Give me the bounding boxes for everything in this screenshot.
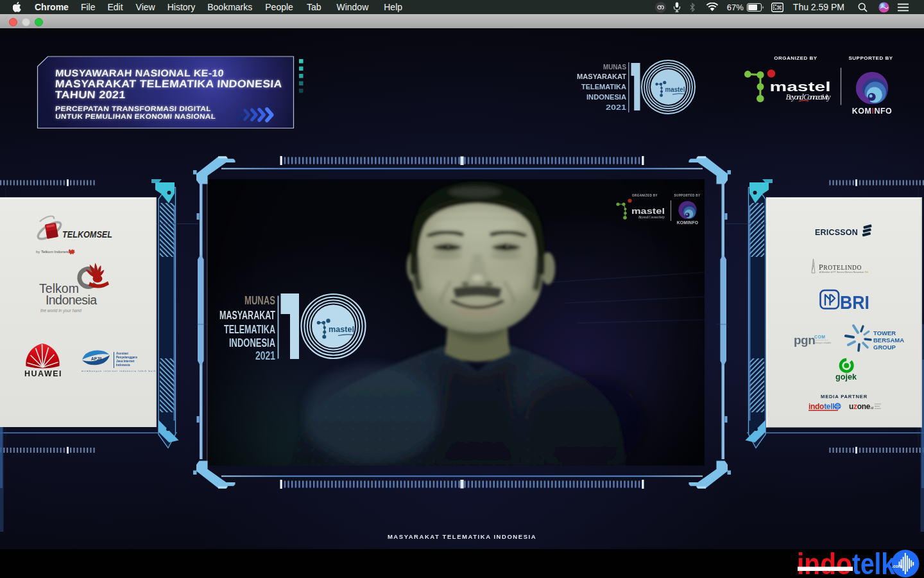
- svg-text:MASYARAKAT: MASYARAKAT: [577, 73, 627, 80]
- svg-text:MUNAS: MUNAS: [603, 63, 626, 71]
- svg-text:uzone.id: uzone.id: [849, 402, 873, 411]
- svg-text:the world in your hand: the world in your hand: [40, 308, 81, 313]
- svg-text:COM: COM: [814, 335, 825, 339]
- svg-text:TELEMATIKA: TELEMATIKA: [581, 83, 626, 91]
- svg-text:UNTUK PEMULIHAN EKONOMI NASION: UNTUK PEMULIHAN EKONOMI NASIONAL: [55, 113, 216, 121]
- svg-text:Beyond Connectivity: Beyond Connectivity: [638, 215, 665, 219]
- svg-text:by Telkom Indonesia: by Telkom Indonesia: [36, 250, 71, 254]
- svg-text:indotelk: indotelk: [809, 402, 837, 411]
- svg-text:SUPPORTED BY: SUPPORTED BY: [674, 194, 700, 197]
- svg-text:INDONESIA: INDONESIA: [586, 93, 626, 101]
- svg-text:ORGANIZED BY: ORGANIZED BY: [774, 55, 817, 61]
- svg-text:telk: telk: [852, 547, 895, 578]
- svg-text:⌘: ⌘: [776, 4, 782, 10]
- svg-text:TOWER: TOWER: [873, 329, 896, 337]
- svg-text:A Member of PT Sarana Menara N: A Member of PT Sarana Menara Nusantara T…: [819, 271, 868, 274]
- svg-text:ERICSSON: ERICSSON: [815, 228, 858, 237]
- svg-text:pgn: pgn: [794, 333, 815, 347]
- svg-text:2021: 2021: [606, 103, 626, 111]
- svg-text:2021: 2021: [255, 349, 275, 362]
- svg-text:Beyond Connectivity: Beyond Connectivity: [786, 92, 831, 101]
- svg-text:HUAWEI: HUAWEI: [24, 369, 62, 378]
- svg-text:INDONESIA: INDONESIA: [229, 336, 275, 349]
- svg-text:BERSAMA: BERSAMA: [873, 337, 904, 344]
- svg-text:BRI: BRI: [840, 292, 869, 313]
- svg-text:KOMINFO: KOMINFO: [677, 220, 699, 225]
- svg-text:MEDIA PARTNER: MEDIA PARTNER: [821, 394, 868, 399]
- svg-text:Penyelenggara: Penyelenggara: [116, 356, 137, 359]
- svg-text:MUNAS: MUNAS: [244, 293, 275, 307]
- svg-text:ORGANIZED BY: ORGANIZED BY: [632, 194, 658, 197]
- svg-text:KOMINFO: KOMINFO: [852, 107, 893, 116]
- svg-text:m e m b a n g u n i n t e r: m e m b a n g u n i n t e r n e t i n d …: [81, 369, 155, 372]
- svg-text:TELKOMSEL: TELKOMSEL: [62, 229, 112, 240]
- svg-text:Indonesia: Indonesia: [46, 293, 97, 307]
- svg-text:mastel: mastel: [665, 86, 685, 93]
- svg-text:GROUP: GROUP: [873, 344, 896, 351]
- svg-text:mastel: mastel: [329, 325, 354, 334]
- svg-text:Jasa Internet: Jasa Internet: [116, 360, 135, 363]
- svg-text:.com: .com: [892, 564, 902, 568]
- svg-text:gojek: gojek: [835, 372, 857, 381]
- svg-text:indo: indo: [797, 547, 852, 578]
- svg-text:Asosiasi: Asosiasi: [116, 352, 128, 355]
- svg-text:PERCEPATAN TRANSFORMASI DIGITA: PERCEPATAN TRANSFORMASI DIGITAL: [55, 105, 212, 113]
- svg-text:MUSYAWARAH NASIONAL KE-10: MUSYAWARAH NASIONAL KE-10: [55, 68, 224, 79]
- svg-text:TAHUN 2021: TAHUN 2021: [55, 89, 126, 101]
- svg-text:Indonesia: Indonesia: [116, 363, 130, 367]
- svg-text:SUPPORTED BY: SUPPORTED BY: [848, 55, 893, 61]
- svg-text:always reliable: always reliable: [814, 341, 832, 344]
- svg-text:MASYARAKAT TELEMATIKA INDONESI: MASYARAKAT TELEMATIKA INDONESIA: [388, 533, 536, 540]
- svg-text:TELEMATIKA: TELEMATIKA: [224, 322, 275, 336]
- svg-text:MASYARAKAT: MASYARAKAT: [219, 308, 275, 322]
- svg-text:APJII: APJII: [91, 356, 101, 361]
